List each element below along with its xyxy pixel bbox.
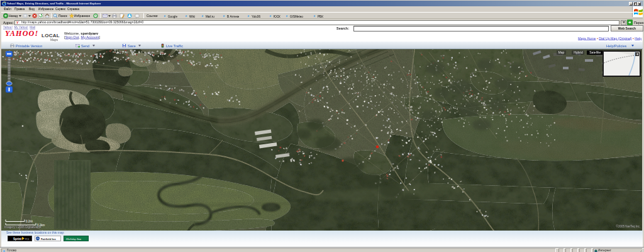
svg-text:e: e [223, 14, 225, 18]
svg-text:PCS: PCS [25, 238, 29, 241]
svg-text:YAHOO!: YAHOO! [5, 29, 38, 38]
svg-text:Sprint: Sprint [13, 238, 22, 241]
svg-text:0.2mi: 0.2mi [26, 220, 33, 223]
svg-text:Holiday Inn: Holiday Inn [65, 238, 82, 241]
svg-text:e: e [164, 14, 166, 18]
svg-text:e: e [314, 14, 316, 18]
svg-text:e: e [248, 14, 250, 18]
svg-text:e: e [186, 14, 187, 18]
svg-text:Fairfield Inn: Fairfield Inn [41, 238, 56, 241]
svg-text:e: e [202, 14, 204, 18]
svg-text:e: e [270, 14, 272, 18]
svg-text:e: e [286, 14, 288, 18]
